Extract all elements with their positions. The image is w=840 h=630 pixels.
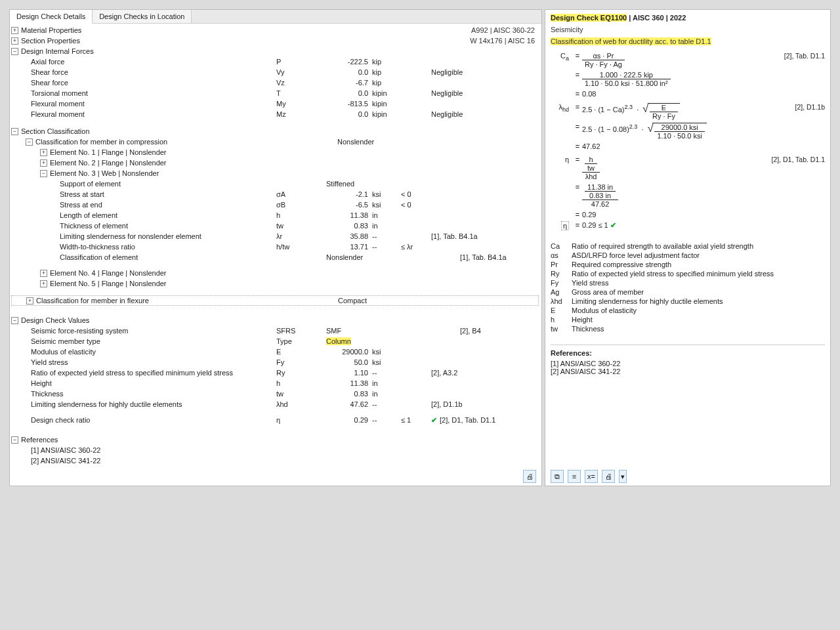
tab-location[interactable]: Design Checks in Location bbox=[93, 10, 192, 23]
dcv-title: Design Check Values bbox=[21, 316, 89, 324]
check-icon: ✔ bbox=[431, 416, 437, 425]
left-toolbar: 🖨 bbox=[10, 467, 541, 486]
web-row[interactable]: Stress at endσB-6.5ksi< 0 bbox=[11, 200, 539, 210]
tree: + Material Properties A992 | AISC 360-22… bbox=[10, 24, 541, 467]
dcv-row[interactable]: Heighth11.38in bbox=[11, 378, 539, 388]
expand-icon[interactable]: + bbox=[40, 280, 47, 287]
row-e5[interactable]: + Element No. 5 | Flange | Nonslender bbox=[11, 278, 539, 289]
row-e1[interactable]: + Element No. 1 | Flange | Nonslender bbox=[11, 147, 539, 158]
row-material[interactable]: + Material Properties A992 | AISC 360-22 bbox=[11, 25, 539, 35]
dif-row[interactable]: Flexural momentMy-813.5kipin bbox=[11, 98, 539, 109]
collapse-icon[interactable]: − bbox=[11, 48, 18, 55]
dif-row[interactable]: Shear forceVz-6.7kip bbox=[11, 77, 539, 88]
tab-details[interactable]: Design Check Details bbox=[10, 10, 93, 24]
dif-row[interactable]: Shear forceVy0.0kipNegligible bbox=[11, 67, 539, 77]
glossary-row: CaRatio of required strength to availabl… bbox=[551, 242, 825, 250]
dc-subtitle: Classification of web for ductility acc.… bbox=[551, 37, 711, 45]
expand-icon[interactable]: + bbox=[40, 159, 47, 167]
row-dif[interactable]: − Design Internal Forces bbox=[11, 46, 539, 56]
material-meta: A992 | AISC 360-22 bbox=[471, 26, 539, 34]
expand-icon[interactable]: + bbox=[40, 270, 47, 277]
dcv-row[interactable]: Thicknesstw0.83in bbox=[11, 388, 539, 399]
ref2: [2] ANSI/AISC 341-22 bbox=[11, 455, 539, 466]
sc-title: Section Classification bbox=[21, 127, 90, 135]
right-references: References: [1] ANSI/AISC 360-22 [2] ANS… bbox=[551, 345, 825, 375]
print-icon[interactable]: 🖨 bbox=[602, 470, 615, 483]
dcv-row[interactable]: Limiting slenderness for highly ductile … bbox=[11, 399, 539, 410]
ref1: [1] ANSI/AISC 360-22 bbox=[11, 445, 539, 455]
web-row[interactable]: Thickness of elementtw0.83in bbox=[11, 220, 539, 231]
glossary-row: hHeight bbox=[551, 316, 825, 324]
expand-icon[interactable]: + bbox=[26, 297, 33, 304]
expand-icon[interactable]: + bbox=[11, 37, 18, 45]
dif-row[interactable]: Torsional momentT0.0kipinNegligible bbox=[11, 88, 539, 98]
collapse-icon[interactable]: − bbox=[11, 128, 18, 135]
section-meta: W 14x176 | AISC 16 bbox=[470, 37, 539, 45]
row-sc-comp[interactable]: − Classification for member in compressi… bbox=[11, 136, 539, 147]
web-row[interactable]: Classification of elementNonslender[1], … bbox=[11, 252, 539, 262]
dc-title-suffix: | AISC 360 | 2022 bbox=[627, 14, 686, 22]
material-title: Material Properties bbox=[21, 26, 81, 34]
check-icon: ✔ bbox=[610, 221, 616, 229]
dcv-row[interactable]: Ratio of expected yield stress to specif… bbox=[11, 368, 539, 378]
dif-row[interactable]: Axial forceP-222.5kip bbox=[11, 56, 539, 67]
row-dcv-ratio[interactable]: Design check ratio η 0.29 -- ≤ 1 ✔ [2], … bbox=[11, 415, 539, 425]
glossary-row: AgGross area of member bbox=[551, 288, 825, 296]
glossary-row: λhdLimiting slenderness for highly ducti… bbox=[551, 297, 825, 305]
sym-ca: Ca bbox=[551, 52, 573, 62]
formula-icon[interactable]: x= bbox=[585, 470, 598, 483]
dcv-row[interactable]: Seismic force-resisting systemSFRSSMF[2]… bbox=[11, 326, 539, 336]
dropdown-icon[interactable]: ▾ bbox=[619, 470, 627, 483]
glossary-row: RyRatio of expected yield stress to spec… bbox=[551, 270, 825, 278]
dcv-row[interactable]: Yield stressFy50.0ksi bbox=[11, 357, 539, 368]
collapse-icon[interactable]: − bbox=[11, 436, 18, 444]
row-sc[interactable]: − Section Classification bbox=[11, 126, 539, 136]
collapse-icon[interactable]: − bbox=[40, 170, 47, 177]
expand-icon[interactable]: + bbox=[11, 27, 18, 34]
dcv-row[interactable]: Modulus of elasticityE29000.0ksi bbox=[11, 346, 539, 357]
row-e4[interactable]: + Element No. 4 | Flange | Nonslender bbox=[11, 268, 539, 278]
row-section[interactable]: + Section Properties W 14x176 | AISC 16 bbox=[11, 35, 539, 46]
row-sc-flex[interactable]: + Classification for member in flexure C… bbox=[11, 295, 539, 306]
tabs: Design Check Details Design Checks in Lo… bbox=[10, 10, 541, 24]
dc-title: Design Check EQ1100 bbox=[551, 14, 627, 22]
glossary-row: FyYield stress bbox=[551, 279, 825, 287]
sym-eta: η bbox=[551, 156, 573, 163]
right-toolbar: ⧉ ≡ x= 🖨 ▾ bbox=[545, 467, 830, 486]
web-row[interactable]: Width-to-thickness ratioh/tw13.71--≤ λr bbox=[11, 242, 539, 252]
dif-title: Design Internal Forces bbox=[21, 47, 94, 55]
collapse-icon[interactable]: − bbox=[11, 317, 18, 324]
expand-icon[interactable]: + bbox=[40, 149, 47, 156]
web-row[interactable]: Limiting slenderness for nonslender elem… bbox=[11, 231, 539, 242]
dcv-row[interactable]: Seismic member typeTypeColumn bbox=[11, 336, 539, 346]
web-row[interactable]: Support of elementStiffened bbox=[11, 178, 539, 189]
glossary-row: αsASD/LRFD force level adjustment factor bbox=[551, 251, 825, 259]
row-refs[interactable]: − References bbox=[11, 434, 539, 445]
section-title: Section Properties bbox=[21, 37, 80, 45]
glossary-row: PrRequired compressive strength bbox=[551, 261, 825, 268]
print-preview-icon[interactable]: 🖨 bbox=[523, 470, 536, 483]
dif-row[interactable]: Flexural momentMz0.0kipinNegligible bbox=[11, 109, 539, 119]
web-row[interactable]: Stress at startσA-2.1ksi< 0 bbox=[11, 189, 539, 200]
dc-category: Seismicity bbox=[551, 26, 825, 33]
list-icon[interactable]: ≡ bbox=[568, 470, 581, 483]
row-e2[interactable]: + Element No. 2 | Flange | Nonslender bbox=[11, 158, 539, 168]
row-dcv[interactable]: − Design Check Values bbox=[11, 315, 539, 326]
row-e3[interactable]: − Element No. 3 | Web | Nonslender bbox=[11, 168, 539, 178]
collapse-icon[interactable]: − bbox=[26, 138, 33, 146]
sym-lhd: λhd bbox=[551, 103, 573, 113]
glossary-row: twThickness bbox=[551, 325, 825, 333]
copy-icon[interactable]: ⧉ bbox=[551, 470, 564, 483]
glossary: CaRatio of required strength to availabl… bbox=[551, 242, 825, 333]
glossary-row: EModulus of elasticity bbox=[551, 306, 825, 314]
web-row[interactable]: Length of elementh11.38in bbox=[11, 210, 539, 220]
eta-box: η bbox=[561, 221, 569, 230]
